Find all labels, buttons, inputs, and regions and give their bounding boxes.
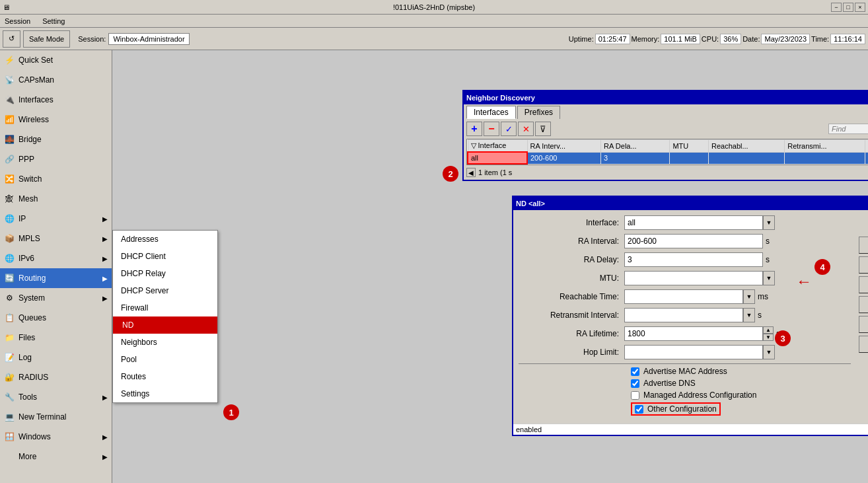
- menu-setting[interactable]: Setting: [40, 17, 67, 26]
- neighbor-discovery-window: Neighbor Discovery □ × Interfaces Prefix…: [462, 90, 868, 181]
- cancel-button[interactable]: Cancel: [859, 256, 868, 274]
- submenu-firewall[interactable]: Firewall: [113, 299, 217, 316]
- ra-delay-row: RA Delay: s: [519, 252, 851, 267]
- sidebar-item-new-terminal[interactable]: 💻 New Terminal: [0, 407, 112, 427]
- reachable-dropdown-btn[interactable]: ▼: [743, 289, 755, 304]
- menu-session[interactable]: Session: [3, 17, 32, 26]
- nd-config-titlebar: ND <all> □ ×: [513, 197, 868, 210]
- ppp-icon: 🔗: [4, 154, 15, 165]
- sidebar-item-mesh[interactable]: 🕸 Mesh: [0, 189, 112, 209]
- cross-button[interactable]: ✕: [518, 122, 534, 136]
- advertise-dns-checkbox[interactable]: [631, 379, 639, 388]
- sidebar-item-system[interactable]: ⚙ System ▶: [0, 288, 112, 308]
- sidebar-item-quick-set[interactable]: ⚡ Quick Set: [0, 50, 112, 70]
- hop-limit-dropdown-btn[interactable]: ▼: [763, 345, 775, 359]
- ra-interval-input[interactable]: [624, 234, 763, 248]
- sidebar-item-label: Log: [18, 353, 32, 362]
- sidebar-item-switch[interactable]: 🔀 Switch: [0, 169, 112, 189]
- ipv6-icon: 🌐: [4, 253, 15, 264]
- reachable-input[interactable]: [624, 289, 743, 304]
- interface-input[interactable]: [624, 215, 763, 230]
- submenu-pool[interactable]: Pool: [113, 351, 217, 368]
- queues-icon: 📋: [4, 313, 15, 323]
- sidebar-item-ip[interactable]: 🌐 IP ▶: [0, 209, 112, 229]
- sidebar-item-tools[interactable]: 🔧 Tools ▶: [0, 387, 112, 407]
- advertise-mac-checkbox[interactable]: [631, 367, 639, 376]
- submenu-addresses[interactable]: Addresses: [113, 231, 217, 248]
- col-retransmit: Retransmi...: [785, 140, 865, 153]
- mesh-icon: 🕸: [4, 194, 15, 204]
- ra-lifetime-down-btn[interactable]: ▼: [763, 334, 774, 341]
- close-button[interactable]: ×: [855, 3, 865, 12]
- remove-button[interactable]: Remove: [859, 336, 868, 353]
- uptime-value: 01:25:47: [595, 34, 630, 44]
- sidebar-item-bridge[interactable]: 🌉 Bridge: [0, 130, 112, 149]
- bridge-icon: 🌉: [4, 134, 15, 145]
- submenu-dhcp-client[interactable]: DHCP Client: [113, 248, 217, 265]
- remove-button[interactable]: −: [484, 122, 499, 136]
- nd-title: Neighbor Discovery: [466, 94, 868, 102]
- maximize-button[interactable]: □: [843, 3, 853, 12]
- submenu-settings[interactable]: Settings: [113, 385, 217, 402]
- copy-button[interactable]: Copy: [859, 316, 868, 333]
- submenu-neighbors[interactable]: Neighbors: [113, 334, 217, 351]
- submenu-dhcp-server[interactable]: DHCP Server: [113, 282, 217, 299]
- sidebar-item-ppp[interactable]: 🔗 PPP: [0, 149, 112, 169]
- switch-icon: 🔀: [4, 174, 15, 184]
- retransmit-dropdown-btn[interactable]: ▼: [743, 308, 755, 322]
- sidebar-item-interfaces[interactable]: 🔌 Interfaces: [0, 90, 112, 110]
- sidebar-item-more[interactable]: More ▶: [0, 447, 112, 466]
- safe-mode-button[interactable]: Safe Mode: [23, 30, 70, 48]
- sidebar-item-queues[interactable]: 📋 Queues: [0, 308, 112, 328]
- sidebar: ⚡ Quick Set 📡 CAPsMan 🔌 Interfaces 📶 Wir…: [0, 50, 112, 483]
- nav-left-btn[interactable]: ◀: [466, 168, 476, 177]
- apply-button[interactable]: Apply: [859, 276, 868, 293]
- refresh-button[interactable]: ↺: [3, 30, 20, 48]
- refresh-icon: ↺: [9, 34, 15, 43]
- cpu-label: CPU:: [702, 35, 719, 43]
- submenu-nd[interactable]: ND: [113, 316, 217, 334]
- reachable-suffix: ms: [758, 292, 768, 301]
- sidebar-item-windows[interactable]: 🪟 Windows ▶: [0, 427, 112, 447]
- routing-icon: 🔄: [4, 273, 15, 283]
- sidebar-item-mpls[interactable]: 📦 MPLS ▶: [0, 229, 112, 248]
- check-button[interactable]: ✓: [501, 122, 517, 136]
- more-icon: [4, 451, 15, 462]
- interface-dropdown-btn[interactable]: ▼: [763, 215, 775, 230]
- table-row[interactable]: all 200-600 3 1: [468, 152, 868, 164]
- mtu-input[interactable]: [624, 271, 763, 285]
- retransmit-input[interactable]: [624, 308, 743, 322]
- retransmit-row: Retransmit Interval: ▼ s: [519, 308, 851, 322]
- disable-button[interactable]: Disable: [859, 296, 868, 313]
- memory-value: 101.1 MiB: [661, 34, 700, 44]
- ra-lifetime-up-btn[interactable]: ▲: [763, 326, 774, 334]
- ra-lifetime-input[interactable]: [624, 326, 763, 341]
- tab-prefixes[interactable]: Prefixes: [517, 106, 560, 119]
- sidebar-item-log[interactable]: 📝 Log: [0, 348, 112, 367]
- sidebar-item-routing[interactable]: 🔄 Routing ▶: [0, 268, 112, 288]
- hop-limit-row: Hop Limit: ▼: [519, 345, 851, 359]
- col-mtu: MTU: [670, 140, 709, 153]
- add-button[interactable]: +: [466, 122, 482, 136]
- ok-button[interactable]: OK: [859, 237, 868, 254]
- filter-button[interactable]: ⊽: [535, 122, 551, 136]
- terminal-icon: 💻: [4, 412, 15, 422]
- submenu-routes[interactable]: Routes: [113, 368, 217, 385]
- mtu-dropdown-btn[interactable]: ▼: [763, 271, 775, 285]
- hop-limit-input[interactable]: [624, 345, 763, 359]
- sidebar-item-files[interactable]: 📁 Files: [0, 328, 112, 348]
- tab-interfaces[interactable]: Interfaces: [466, 106, 516, 119]
- find-input[interactable]: [828, 124, 868, 134]
- managed-addr-checkbox[interactable]: [631, 391, 639, 400]
- sidebar-item-capsman[interactable]: 📡 CAPsMan: [0, 70, 112, 90]
- advertise-mac-row: Advertise MAC Address: [519, 367, 851, 376]
- sidebar-item-wireless[interactable]: 📶 Wireless: [0, 110, 112, 130]
- ra-delay-input[interactable]: [624, 252, 763, 267]
- minimize-button[interactable]: −: [831, 3, 842, 12]
- sidebar-item-radius[interactable]: 🔐 RADIUS: [0, 367, 112, 387]
- other-config-checkbox[interactable]: [635, 405, 643, 414]
- sidebar-item-label: Queues: [18, 313, 46, 322]
- advertise-dns-row: Advertise DNS: [519, 379, 851, 388]
- submenu-dhcp-relay[interactable]: DHCP Relay: [113, 265, 217, 282]
- sidebar-item-ipv6[interactable]: 🌐 IPv6 ▶: [0, 248, 112, 268]
